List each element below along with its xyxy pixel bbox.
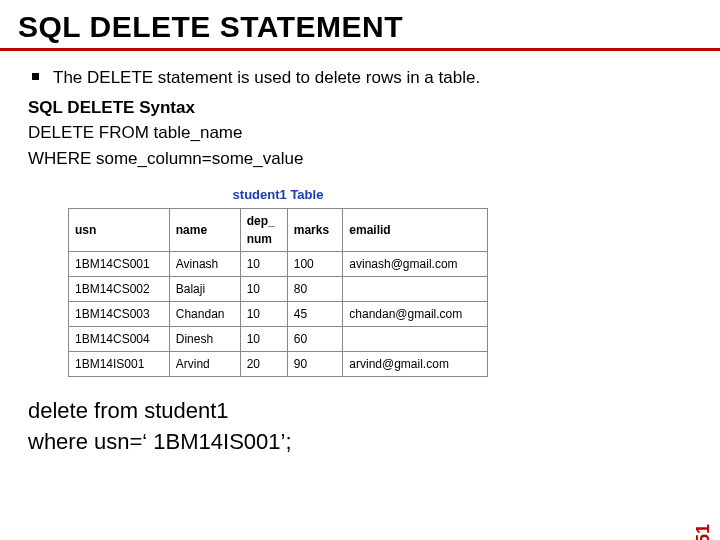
table-cell: chandan@gmail.com xyxy=(343,301,488,326)
table-row: 1BM14CS003Chandan1045chandan@gmail.com xyxy=(69,301,488,326)
table-cell: avinash@gmail.com xyxy=(343,251,488,276)
table-cell: arvind@gmail.com xyxy=(343,351,488,376)
bullet-text: The DELETE statement is used to delete r… xyxy=(53,65,480,91)
table-cell: 10 xyxy=(240,276,287,301)
table-cell: 45 xyxy=(287,301,343,326)
table-cell xyxy=(343,276,488,301)
table-cell: 20 xyxy=(240,351,287,376)
table-figure: student1 Table usn name dep_ num marks e… xyxy=(68,185,488,377)
table-cell: 60 xyxy=(287,326,343,351)
syntax-line-2: WHERE some_column=some_value xyxy=(28,146,692,172)
bullet-item: The DELETE statement is used to delete r… xyxy=(28,65,692,91)
table-row: 1BM14CS001Avinash10100avinash@gmail.com xyxy=(69,251,488,276)
table-cell: 100 xyxy=(287,251,343,276)
table-cell: 10 xyxy=(240,251,287,276)
col-dep-num: dep_ num xyxy=(240,208,287,251)
col-name: name xyxy=(169,208,240,251)
table-cell: 1BM14CS001 xyxy=(69,251,170,276)
slide-body: The DELETE statement is used to delete r… xyxy=(0,51,720,458)
table-cell: 90 xyxy=(287,351,343,376)
table-cell: Chandan xyxy=(169,301,240,326)
col-emailid: emailid xyxy=(343,208,488,251)
table-cell: 10 xyxy=(240,326,287,351)
example-line-2: where usn=‘ 1BM14IS001’; xyxy=(28,426,692,458)
table-cell xyxy=(343,326,488,351)
col-marks: marks xyxy=(287,208,343,251)
table-cell: 10 xyxy=(240,301,287,326)
table-cell: Avinash xyxy=(169,251,240,276)
table-row: 1BM14CS002Balaji1080 xyxy=(69,276,488,301)
square-bullet-icon xyxy=(32,73,39,80)
col-usn: usn xyxy=(69,208,170,251)
table-cell: 1BM14CS004 xyxy=(69,326,170,351)
table-cell: 1BM14IS001 xyxy=(69,351,170,376)
table-title: student1 Table xyxy=(68,185,488,205)
syntax-line-1: DELETE FROM table_name xyxy=(28,120,692,146)
slide-title: SQL DELETE STATEMENT xyxy=(18,10,702,44)
table-cell: Dinesh xyxy=(169,326,240,351)
example-block: delete from student1 where usn=‘ 1BM14IS… xyxy=(28,395,692,459)
table-cell: 1BM14CS003 xyxy=(69,301,170,326)
table-cell: Balaji xyxy=(169,276,240,301)
example-line-1: delete from student1 xyxy=(28,395,692,427)
table-header-row: usn name dep_ num marks emailid xyxy=(69,208,488,251)
title-bar: SQL DELETE STATEMENT xyxy=(0,0,720,51)
page-number: 51 xyxy=(693,524,714,540)
syntax-heading: SQL DELETE Syntax xyxy=(28,95,692,121)
table-cell: 80 xyxy=(287,276,343,301)
student-table: usn name dep_ num marks emailid 1BM14CS0… xyxy=(68,208,488,377)
table-row: 1BM14IS001Arvind2090arvind@gmail.com xyxy=(69,351,488,376)
table-cell: 1BM14CS002 xyxy=(69,276,170,301)
table-row: 1BM14CS004Dinesh1060 xyxy=(69,326,488,351)
table-cell: Arvind xyxy=(169,351,240,376)
